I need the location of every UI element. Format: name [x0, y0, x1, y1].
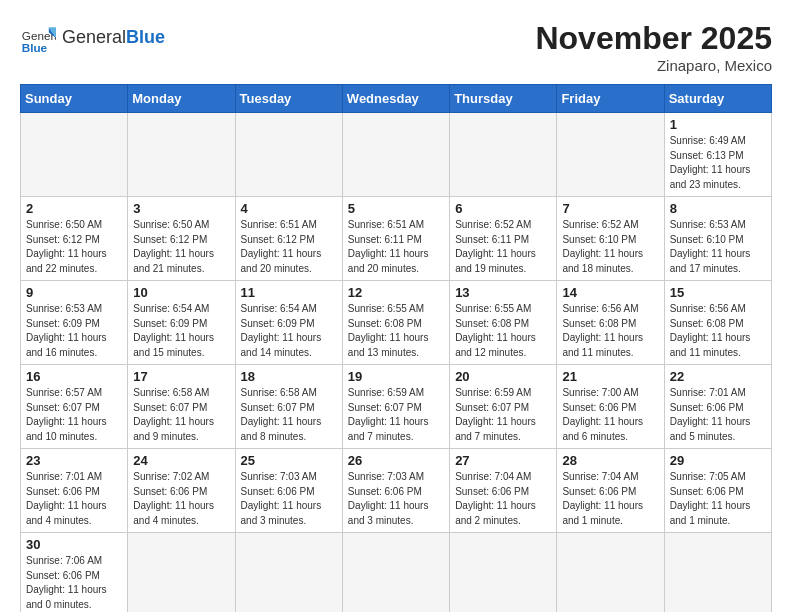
day-info: Sunrise: 7:04 AM Sunset: 6:06 PM Dayligh… — [562, 470, 658, 528]
calendar-cell: 24Sunrise: 7:02 AM Sunset: 6:06 PM Dayli… — [128, 449, 235, 533]
day-info: Sunrise: 6:51 AM Sunset: 6:11 PM Dayligh… — [348, 218, 444, 276]
day-info: Sunrise: 6:50 AM Sunset: 6:12 PM Dayligh… — [26, 218, 122, 276]
calendar-cell — [235, 113, 342, 197]
header-tuesday: Tuesday — [235, 85, 342, 113]
day-number: 29 — [670, 453, 766, 468]
calendar-week-3: 16Sunrise: 6:57 AM Sunset: 6:07 PM Dayli… — [21, 365, 772, 449]
calendar-week-0: 1Sunrise: 6:49 AM Sunset: 6:13 PM Daylig… — [21, 113, 772, 197]
day-info: Sunrise: 6:53 AM Sunset: 6:10 PM Dayligh… — [670, 218, 766, 276]
day-number: 28 — [562, 453, 658, 468]
day-info: Sunrise: 7:06 AM Sunset: 6:06 PM Dayligh… — [26, 554, 122, 612]
calendar-cell: 29Sunrise: 7:05 AM Sunset: 6:06 PM Dayli… — [664, 449, 771, 533]
day-info: Sunrise: 6:56 AM Sunset: 6:08 PM Dayligh… — [670, 302, 766, 360]
logo-blue-text: Blue — [126, 27, 165, 47]
day-number: 12 — [348, 285, 444, 300]
calendar-cell: 13Sunrise: 6:55 AM Sunset: 6:08 PM Dayli… — [450, 281, 557, 365]
calendar-cell: 19Sunrise: 6:59 AM Sunset: 6:07 PM Dayli… — [342, 365, 449, 449]
day-info: Sunrise: 6:59 AM Sunset: 6:07 PM Dayligh… — [455, 386, 551, 444]
day-info: Sunrise: 7:01 AM Sunset: 6:06 PM Dayligh… — [26, 470, 122, 528]
day-number: 9 — [26, 285, 122, 300]
day-info: Sunrise: 7:04 AM Sunset: 6:06 PM Dayligh… — [455, 470, 551, 528]
header-wednesday: Wednesday — [342, 85, 449, 113]
calendar-cell: 17Sunrise: 6:58 AM Sunset: 6:07 PM Dayli… — [128, 365, 235, 449]
location: Zinaparo, Mexico — [535, 57, 772, 74]
header-monday: Monday — [128, 85, 235, 113]
calendar-cell: 15Sunrise: 6:56 AM Sunset: 6:08 PM Dayli… — [664, 281, 771, 365]
calendar: Sunday Monday Tuesday Wednesday Thursday… — [20, 84, 772, 612]
calendar-cell: 10Sunrise: 6:54 AM Sunset: 6:09 PM Dayli… — [128, 281, 235, 365]
header-saturday: Saturday — [664, 85, 771, 113]
logo: General Blue GeneralBlue — [20, 20, 165, 56]
calendar-cell — [342, 113, 449, 197]
calendar-cell: 27Sunrise: 7:04 AM Sunset: 6:06 PM Dayli… — [450, 449, 557, 533]
calendar-cell: 5Sunrise: 6:51 AM Sunset: 6:11 PM Daylig… — [342, 197, 449, 281]
calendar-cell: 23Sunrise: 7:01 AM Sunset: 6:06 PM Dayli… — [21, 449, 128, 533]
day-number: 8 — [670, 201, 766, 216]
calendar-cell: 16Sunrise: 6:57 AM Sunset: 6:07 PM Dayli… — [21, 365, 128, 449]
day-number: 13 — [455, 285, 551, 300]
svg-text:Blue: Blue — [22, 41, 48, 54]
calendar-cell — [128, 113, 235, 197]
calendar-week-1: 2Sunrise: 6:50 AM Sunset: 6:12 PM Daylig… — [21, 197, 772, 281]
calendar-cell: 25Sunrise: 7:03 AM Sunset: 6:06 PM Dayli… — [235, 449, 342, 533]
month-title: November 2025 — [535, 20, 772, 57]
day-number: 18 — [241, 369, 337, 384]
header-friday: Friday — [557, 85, 664, 113]
day-info: Sunrise: 7:01 AM Sunset: 6:06 PM Dayligh… — [670, 386, 766, 444]
calendar-cell: 1Sunrise: 6:49 AM Sunset: 6:13 PM Daylig… — [664, 113, 771, 197]
logo-general-text: General — [62, 27, 126, 47]
calendar-cell: 3Sunrise: 6:50 AM Sunset: 6:12 PM Daylig… — [128, 197, 235, 281]
day-number: 21 — [562, 369, 658, 384]
title-block: November 2025 Zinaparo, Mexico — [535, 20, 772, 74]
day-info: Sunrise: 7:00 AM Sunset: 6:06 PM Dayligh… — [562, 386, 658, 444]
day-number: 6 — [455, 201, 551, 216]
day-number: 2 — [26, 201, 122, 216]
weekday-header-row: Sunday Monday Tuesday Wednesday Thursday… — [21, 85, 772, 113]
logo-icon: General Blue — [20, 20, 56, 56]
calendar-cell: 20Sunrise: 6:59 AM Sunset: 6:07 PM Dayli… — [450, 365, 557, 449]
calendar-cell — [664, 533, 771, 613]
calendar-cell: 9Sunrise: 6:53 AM Sunset: 6:09 PM Daylig… — [21, 281, 128, 365]
day-info: Sunrise: 6:58 AM Sunset: 6:07 PM Dayligh… — [133, 386, 229, 444]
header-thursday: Thursday — [450, 85, 557, 113]
day-info: Sunrise: 7:05 AM Sunset: 6:06 PM Dayligh… — [670, 470, 766, 528]
day-number: 30 — [26, 537, 122, 552]
calendar-cell — [557, 113, 664, 197]
day-number: 22 — [670, 369, 766, 384]
calendar-cell — [128, 533, 235, 613]
calendar-cell: 6Sunrise: 6:52 AM Sunset: 6:11 PM Daylig… — [450, 197, 557, 281]
page-header: General Blue GeneralBlue November 2025 Z… — [20, 20, 772, 74]
day-number: 4 — [241, 201, 337, 216]
calendar-cell: 22Sunrise: 7:01 AM Sunset: 6:06 PM Dayli… — [664, 365, 771, 449]
day-info: Sunrise: 6:55 AM Sunset: 6:08 PM Dayligh… — [348, 302, 444, 360]
day-number: 20 — [455, 369, 551, 384]
day-info: Sunrise: 6:54 AM Sunset: 6:09 PM Dayligh… — [133, 302, 229, 360]
calendar-cell: 18Sunrise: 6:58 AM Sunset: 6:07 PM Dayli… — [235, 365, 342, 449]
calendar-cell: 28Sunrise: 7:04 AM Sunset: 6:06 PM Dayli… — [557, 449, 664, 533]
day-number: 7 — [562, 201, 658, 216]
calendar-cell — [342, 533, 449, 613]
calendar-cell: 12Sunrise: 6:55 AM Sunset: 6:08 PM Dayli… — [342, 281, 449, 365]
calendar-cell — [450, 113, 557, 197]
calendar-cell: 8Sunrise: 6:53 AM Sunset: 6:10 PM Daylig… — [664, 197, 771, 281]
day-number: 26 — [348, 453, 444, 468]
calendar-cell: 30Sunrise: 7:06 AM Sunset: 6:06 PM Dayli… — [21, 533, 128, 613]
calendar-cell: 26Sunrise: 7:03 AM Sunset: 6:06 PM Dayli… — [342, 449, 449, 533]
day-number: 5 — [348, 201, 444, 216]
calendar-cell: 11Sunrise: 6:54 AM Sunset: 6:09 PM Dayli… — [235, 281, 342, 365]
day-info: Sunrise: 6:56 AM Sunset: 6:08 PM Dayligh… — [562, 302, 658, 360]
calendar-body: 1Sunrise: 6:49 AM Sunset: 6:13 PM Daylig… — [21, 113, 772, 613]
calendar-week-4: 23Sunrise: 7:01 AM Sunset: 6:06 PM Dayli… — [21, 449, 772, 533]
day-number: 16 — [26, 369, 122, 384]
calendar-cell: 2Sunrise: 6:50 AM Sunset: 6:12 PM Daylig… — [21, 197, 128, 281]
day-number: 19 — [348, 369, 444, 384]
day-number: 15 — [670, 285, 766, 300]
day-info: Sunrise: 6:50 AM Sunset: 6:12 PM Dayligh… — [133, 218, 229, 276]
day-info: Sunrise: 6:57 AM Sunset: 6:07 PM Dayligh… — [26, 386, 122, 444]
day-number: 17 — [133, 369, 229, 384]
day-info: Sunrise: 6:51 AM Sunset: 6:12 PM Dayligh… — [241, 218, 337, 276]
calendar-cell: 4Sunrise: 6:51 AM Sunset: 6:12 PM Daylig… — [235, 197, 342, 281]
day-number: 27 — [455, 453, 551, 468]
day-number: 11 — [241, 285, 337, 300]
day-number: 14 — [562, 285, 658, 300]
